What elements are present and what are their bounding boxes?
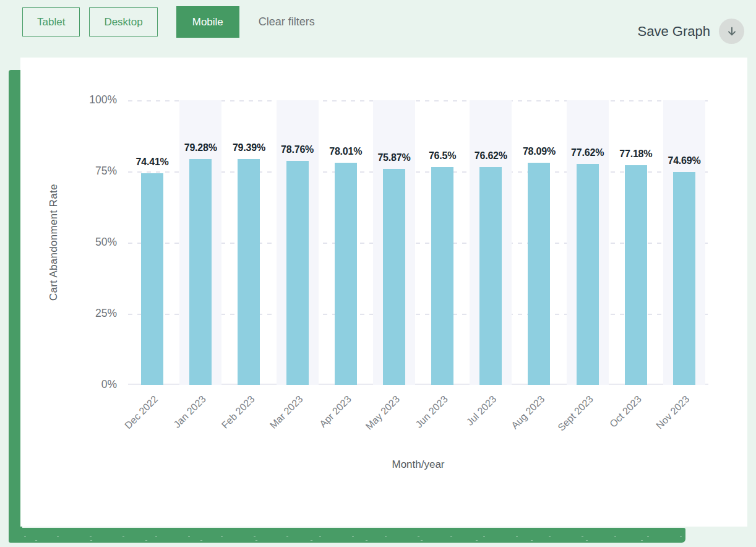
x-tick-label: Jan 2023 (172, 394, 208, 430)
filter-mobile-button[interactable]: Mobile (176, 6, 239, 38)
filter-desktop-button[interactable]: Desktop (89, 7, 157, 37)
bar-value-label: 75.87% (377, 152, 410, 163)
y-tick-label: 50% (72, 236, 117, 249)
chart-column: 78.01%Apr 2023 (322, 100, 370, 385)
x-tick-label: Sept 2023 (556, 394, 595, 433)
bar-value-label: 78.01% (329, 146, 362, 157)
chart-column: 74.69%Nov 2023 (660, 100, 708, 385)
bar-value-label: 79.39% (233, 142, 265, 153)
x-tick-label: Oct 2023 (608, 394, 644, 430)
save-graph-label[interactable]: Save Graph (638, 24, 710, 40)
y-tick-label: 25% (72, 307, 117, 320)
x-tick-label: Aug 2023 (509, 394, 547, 431)
y-tick-label: 100% (72, 93, 117, 106)
chart-column: 74.41%Dec 2022 (128, 100, 176, 385)
filter-tablet-button[interactable]: Tablet (22, 7, 80, 37)
y-tick-label: 75% (72, 165, 117, 178)
x-tick-label: Mar 2023 (268, 394, 306, 431)
bar-value-label: 74.69% (668, 155, 700, 166)
x-tick-label: Dec 2022 (122, 394, 160, 431)
bar-value-label: 77.62% (571, 147, 604, 158)
arrow-down-icon (726, 25, 738, 38)
bar-value-label: 76.5% (429, 150, 456, 162)
clear-filters-button[interactable]: Clear filters (259, 15, 315, 28)
download-button[interactable] (719, 19, 744, 44)
bar (383, 169, 405, 385)
bar (286, 161, 309, 385)
save-graph-control: Save Graph (638, 19, 744, 44)
bar (141, 173, 163, 385)
chart-column: 77.18%Oct 2023 (612, 100, 660, 385)
bar-value-label: 76.62% (475, 150, 507, 162)
bar-value-label: 79.28% (184, 142, 217, 153)
bar-value-label: 78.09% (523, 146, 556, 157)
chart-column: 78.76%Mar 2023 (273, 100, 322, 385)
x-tick-label: Jun 2023 (414, 394, 450, 430)
bar (479, 167, 502, 385)
bar (238, 159, 260, 385)
chart-column: 77.62%Sept 2023 (564, 100, 612, 385)
chart-card: Cart Abandonment Rate 0%25%50%75%100% 74… (20, 58, 747, 527)
green-frame-bottom (9, 528, 685, 543)
filter-toolbar: Tablet Desktop Mobile Clear filters (22, 6, 315, 38)
y-tick-label: 0% (72, 378, 117, 391)
bar (673, 172, 695, 385)
bar (189, 159, 212, 385)
bar-value-label: 78.76% (281, 144, 314, 155)
chart-column: 75.87%May 2023 (370, 100, 418, 385)
bar-value-label: 77.18% (619, 149, 652, 160)
bar (335, 163, 357, 385)
bar-columns: 74.41%Dec 202279.28%Jan 202379.39%Feb 20… (128, 100, 708, 385)
bar (431, 167, 453, 385)
plot-area: 0%25%50%75%100% 74.41%Dec 202279.28%Jan … (128, 100, 708, 385)
x-tick-label: Jul 2023 (465, 394, 499, 428)
x-axis-title: Month/year (128, 459, 708, 471)
bar (528, 163, 550, 385)
x-tick-label: May 2023 (363, 394, 402, 432)
bar (625, 165, 647, 385)
x-tick-label: Apr 2023 (317, 394, 354, 430)
chart-column: 76.62%Jul 2023 (466, 100, 515, 385)
x-tick-label: Nov 2023 (655, 394, 692, 431)
chart-column: 76.5%Jun 2023 (418, 100, 466, 385)
chart-column: 79.28%Jan 2023 (176, 100, 225, 385)
chart-column: 79.39%Feb 2023 (225, 100, 273, 385)
chart-column: 78.09%Aug 2023 (515, 100, 563, 385)
bar (577, 164, 599, 385)
bar-value-label: 74.41% (136, 157, 169, 168)
y-axis-title: Cart Abandonment Rate (46, 100, 62, 385)
x-tick-label: Feb 2023 (220, 394, 257, 431)
